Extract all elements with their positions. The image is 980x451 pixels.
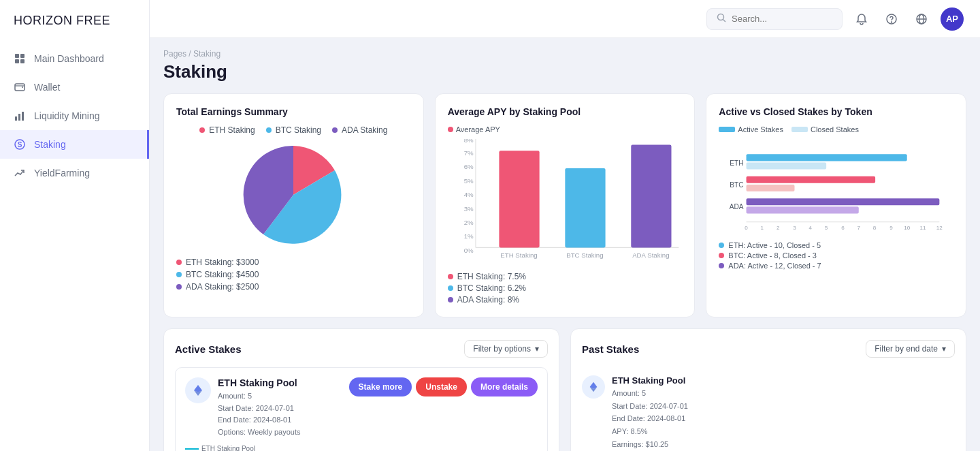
svg-line-11 [723,19,726,22]
svg-text:3%: 3% [463,205,473,213]
sidebar-label-staking: Staking [34,139,66,150]
svg-text:6%: 6% [463,163,473,170]
svg-text:9: 9 [889,225,893,231]
svg-text:7%: 7% [463,149,473,157]
active-closed-legend-values: ETH: Active - 10, Closed - 5 BTC: Active… [719,241,953,270]
svg-rect-43 [747,206,859,213]
svg-text:BTC: BTC [730,181,744,189]
eth-stake-actions: Stake more Unstake More details [349,377,538,396]
svg-point-13 [892,22,892,22]
sidebar-item-staking[interactable]: S Staking [0,130,149,159]
apy-bar-legend: Average APY [448,125,683,134]
svg-text:8: 8 [873,225,877,231]
svg-rect-38 [747,154,907,161]
avatar[interactable]: AP [941,7,964,31]
stake-more-button[interactable]: Stake more [349,377,412,396]
eth-stake-info: ETH Staking Pool Amount: 5 Start Date: 2… [218,377,300,438]
svg-text:ADA Staking: ADA Staking [632,251,669,259]
sidebar: HORIZON FREE Main Dashboard Wallet Liqui… [0,0,150,451]
svg-text:1: 1 [761,225,764,231]
svg-rect-3 [20,59,24,63]
past-eth-stake-card: ETH Staking Pool Amount: 5 Start Date: 2… [582,367,955,451]
svg-text:2: 2 [777,225,780,231]
svg-rect-42 [747,198,940,205]
pie-legend-ada-value: ADA Staking: $2500 [176,282,411,292]
more-details-button[interactable]: More details [471,377,538,396]
help-icon[interactable] [881,8,902,30]
trending-up-icon [14,167,26,179]
search-bar[interactable] [706,8,843,30]
active-stakes-title: Active Stakes [175,343,242,355]
eth-stake-icon [185,377,211,403]
active-stakes-filter[interactable]: Filter by options ▾ [464,340,548,358]
svg-rect-41 [747,185,795,191]
svg-text:0%: 0% [463,247,473,254]
sidebar-item-liquidity-mining[interactable]: Liquidity Mining [0,102,149,130]
sidebar-item-main-dashboard[interactable]: Main Dashboard [0,44,149,73]
svg-rect-1 [20,54,24,58]
svg-text:BTC Staking: BTC Staking [566,251,603,259]
pie-legend-eth-value: ETH Staking: $3000 [176,258,411,267]
past-stakes-title: Past Stakes [582,343,639,355]
sidebar-item-wallet[interactable]: Wallet [0,73,149,102]
svg-text:ETH Staking: ETH Staking [500,251,537,259]
active-vs-closed-title: Active vs Closed Stakes by Token [719,106,953,117]
unstake-button[interactable]: Unstake [416,377,467,396]
active-stakes-section: Active Stakes Filter by options ▾ [163,328,559,451]
past-stakes-filter[interactable]: Filter by end date ▾ [866,340,955,358]
svg-rect-2 [15,59,19,63]
page-content: Pages / Staking Staking Total Earnings S… [150,38,980,451]
svg-rect-5 [15,116,17,121]
pie-legend-btc-value: BTC Staking: $4500 [176,270,411,279]
svg-text:3: 3 [794,225,797,231]
svg-text:ADA: ADA [730,203,744,211]
logo-thin: FREE [73,14,111,27]
svg-rect-30 [565,168,605,247]
charts-row: Total Earnings Summary ETH Staking BTC S… [163,93,966,317]
past-filter-label: Filter by end date [875,344,938,354]
svg-text:ETH: ETH [730,159,744,167]
svg-point-10 [718,14,724,20]
past-stakes-header: Past Stakes Filter by end date ▾ [582,340,955,358]
svg-text:5: 5 [825,225,828,231]
past-stakes-section: Past Stakes Filter by end date ▾ ETH Sta… [570,328,966,451]
sidebar-label-main-dashboard: Main Dashboard [34,53,104,64]
svg-text:4: 4 [809,225,813,231]
average-apy-title: Average APY by Staking Pool [448,106,683,117]
average-apy-card: Average APY by Staking Pool Average APY … [435,93,696,317]
sidebar-label-wallet: Wallet [34,82,60,93]
pie-legend: ETH Staking: $3000 BTC Staking: $4500 AD… [176,258,411,292]
active-closed-legend: Active Stakes Closed Stakes [719,125,953,134]
apy-bar-legend-values: ETH Staking: 7.5% BTC Staking: 6.2% ADA … [448,272,683,305]
past-eth-stake-icon [582,375,605,399]
sidebar-nav: Main Dashboard Wallet Liquidity Mining S… [0,39,149,451]
svg-rect-6 [18,114,20,121]
svg-text:1%: 1% [463,232,473,240]
header: AP [150,0,980,38]
notification-icon[interactable] [851,8,872,30]
globe-icon[interactable] [911,8,932,30]
sidebar-item-yield-farming[interactable]: YieldFarming [0,159,149,187]
active-stakes-header: Active Stakes Filter by options ▾ [175,340,548,358]
header-actions: AP [706,7,964,31]
eth-stake-name: ETH Staking Pool [218,377,300,388]
search-icon [717,13,726,25]
total-earnings-title: Total Earnings Summary [176,106,411,117]
logo-bold: HORIZON [14,14,73,27]
filter-label: Filter by options [473,344,531,354]
svg-rect-7 [22,112,24,121]
svg-text:4%: 4% [463,191,473,198]
eth-stake-card: ETH Staking Pool Amount: 5 Start Date: 2… [175,367,548,451]
svg-text:6: 6 [842,225,845,231]
search-input[interactable] [732,14,832,24]
svg-text:10: 10 [904,225,911,231]
wallet-icon [14,81,26,93]
svg-rect-0 [15,54,19,58]
svg-text:12: 12 [936,225,943,231]
bar-chart-icon [14,110,26,122]
pie-chart-svg [239,140,348,249]
total-earnings-card: Total Earnings Summary ETH Staking BTC S… [163,93,424,317]
past-chevron-down-icon: ▾ [942,344,946,354]
svg-text:2%: 2% [463,219,473,226]
svg-text:5%: 5% [463,177,473,185]
